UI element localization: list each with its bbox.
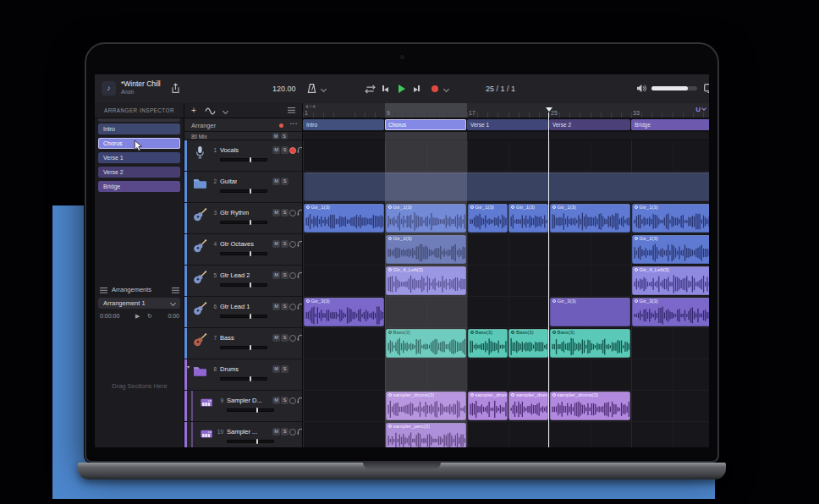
tempo-display[interactable]: 120.00: [272, 85, 296, 93]
region-gtr-1-3[interactable]: Gtr_1(3): [632, 204, 710, 233]
record-enable-button[interactable]: [289, 147, 296, 154]
section-pill-verse-2[interactable]: Verse 2: [98, 167, 180, 178]
cycle-button[interactable]: [364, 85, 377, 96]
region-folder-summary[interactable]: [304, 173, 710, 201]
headphone-icon[interactable]: [297, 240, 302, 248]
track-header-gtr-lead-1[interactable]: 6Gtr Lead 1MS: [184, 297, 302, 328]
track-header-sampler[interactable]: 10Sampler ...MS: [184, 422, 302, 447]
volume-slider[interactable]: [651, 86, 697, 90]
track-volume-slider[interactable]: [220, 252, 267, 255]
mute-button[interactable]: M: [272, 365, 280, 373]
solo-button[interactable]: S: [281, 209, 289, 216]
record-enable-button[interactable]: [289, 304, 296, 310]
region-sampler-drums-3[interactable]: sampler_drums(3): [550, 392, 631, 420]
playhead-position-display[interactable]: 25 / 1 / 1: [486, 85, 515, 93]
solo-button[interactable]: S: [281, 133, 288, 140]
chevron-down-icon[interactable]: [321, 86, 327, 92]
region-gtr-1-3[interactable]: Gtr_1(3): [508, 204, 548, 233]
region-bass-3[interactable]: Bass(3): [468, 329, 508, 358]
track-header-sampler-d[interactable]: 9Sampler D...MS: [184, 391, 302, 422]
headphone-icon[interactable]: [297, 209, 302, 216]
mute-button[interactable]: M: [272, 178, 280, 185]
solo-button[interactable]: S: [281, 365, 289, 373]
track-volume-slider[interactable]: [220, 346, 267, 349]
arrangement-marker-chorus[interactable]: Chorus: [385, 119, 466, 130]
solo-button[interactable]: S: [281, 428, 289, 436]
track-volume-slider[interactable]: [220, 315, 267, 318]
solo-button[interactable]: S: [281, 240, 289, 248]
track-header-guitar[interactable]: 2GuitarMS: [184, 172, 302, 203]
rewind-button[interactable]: [382, 85, 388, 94]
arrangement-marker-verse-1[interactable]: Verse 1: [467, 119, 548, 130]
record-enable-button[interactable]: [289, 397, 296, 404]
mute-button[interactable]: M: [272, 133, 279, 140]
timeline-ruler[interactable]: 4 / 4 19172533 U: [303, 103, 709, 118]
record-enable-button[interactable]: [289, 241, 296, 248]
track-volume-slider[interactable]: [227, 408, 274, 412]
mute-button[interactable]: M: [272, 428, 280, 436]
region-gtr-1-3[interactable]: Gtr_1(3): [468, 204, 508, 233]
record-enable-button[interactable]: [289, 210, 296, 216]
region-gtr-3-3[interactable]: Gtr_3(3): [632, 298, 710, 326]
headphone-icon[interactable]: [297, 146, 302, 154]
sort-icon[interactable]: [100, 288, 107, 294]
solo-button[interactable]: S: [281, 303, 289, 310]
region-gtr-4-left-3[interactable]: Gtr_4_Left(3): [632, 266, 710, 295]
section-pill-bridge[interactable]: Bridge: [98, 181, 180, 192]
arrangement-marker-verse-2[interactable]: Verse 2: [549, 119, 630, 130]
region-sampler-drums-3[interactable]: sampler_drums(3): [508, 392, 548, 420]
track-header-gtr-rythm[interactable]: 3Gtr RythmMS: [184, 203, 302, 234]
record-enable-button[interactable]: [289, 429, 296, 436]
more-options-icon[interactable]: •••: [290, 121, 298, 126]
mix-track-header[interactable]: 8tl Mix M S: [184, 132, 302, 140]
track-volume-slider[interactable]: [220, 283, 267, 287]
track-header-drums[interactable]: ▾8DrumsMS: [184, 359, 302, 391]
mute-button[interactable]: M: [272, 240, 280, 248]
mute-button[interactable]: M: [272, 146, 280, 154]
mute-button[interactable]: M: [272, 271, 280, 279]
volume-button[interactable]: [636, 84, 647, 95]
region-bass-3[interactable]: Bass(3): [508, 329, 548, 358]
track-header-vocals[interactable]: 1VocalsMS: [184, 140, 302, 172]
solo-button[interactable]: S: [281, 397, 289, 404]
solo-button[interactable]: S: [281, 146, 289, 154]
forward-button[interactable]: [414, 85, 420, 94]
user-badge[interactable]: U: [695, 106, 706, 113]
track-list-menu-button[interactable]: [288, 107, 295, 114]
headphone-icon[interactable]: [297, 303, 302, 310]
chevron-down-icon[interactable]: [223, 108, 228, 114]
metronome-button[interactable]: [306, 83, 317, 96]
solo-button[interactable]: S: [281, 334, 289, 342]
track-header-gtr-lead-2[interactable]: 5Gtr Lead 2MS: [184, 266, 302, 297]
display-mode-button[interactable]: [704, 84, 709, 95]
disclosure-triangle[interactable]: ▾: [187, 364, 190, 370]
arrangement-marker-intro[interactable]: Intro: [303, 119, 384, 130]
mute-button[interactable]: M: [272, 209, 280, 216]
share-button[interactable]: [171, 83, 180, 96]
mute-button[interactable]: M: [272, 334, 280, 342]
solo-button[interactable]: S: [281, 178, 289, 185]
track-header-bass[interactable]: 7BassMS: [184, 328, 302, 359]
track-volume-slider[interactable]: [227, 440, 274, 443]
region-gtr-2-3[interactable]: Gtr_2(3): [632, 235, 710, 264]
chevron-down-icon[interactable]: [443, 86, 449, 92]
record-enable-button[interactable]: [289, 272, 296, 279]
track-volume-slider[interactable]: [220, 221, 267, 224]
arrangements-menu-icon[interactable]: [172, 288, 179, 294]
mute-button[interactable]: M: [272, 303, 280, 310]
solo-button[interactable]: S: [281, 271, 289, 279]
play-button[interactable]: [399, 85, 405, 95]
region-gtr-1-3[interactable]: Gtr_1(3): [304, 204, 385, 233]
track-volume-slider[interactable]: [220, 189, 267, 193]
region-gtr-3-3[interactable]: Gtr_3(3): [304, 298, 385, 326]
headphone-icon[interactable]: [297, 397, 302, 404]
headphone-icon[interactable]: [297, 334, 302, 342]
section-pill-intro[interactable]: Intro: [98, 123, 180, 134]
mini-loop-button[interactable]: ↻: [147, 313, 152, 320]
region-gtr-3-3[interactable]: Gtr_3(3): [550, 298, 631, 326]
arrangement-marker-bridge[interactable]: Bridge: [631, 119, 709, 130]
playhead[interactable]: [548, 112, 549, 447]
record-button[interactable]: [431, 85, 438, 94]
automation-button[interactable]: [205, 107, 217, 117]
headphone-icon[interactable]: [297, 428, 302, 436]
